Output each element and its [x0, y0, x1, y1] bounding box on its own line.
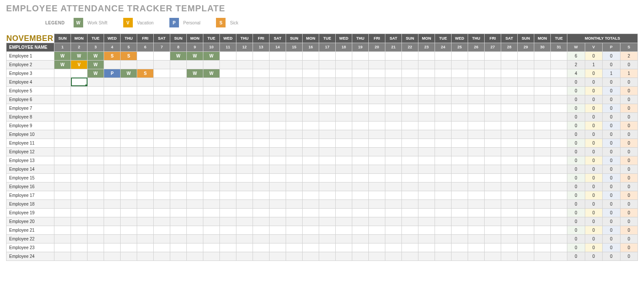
attendance-cell[interactable] [54, 69, 71, 78]
attendance-cell[interactable] [286, 112, 303, 121]
attendance-cell[interactable] [319, 199, 336, 208]
attendance-cell[interactable] [203, 173, 220, 182]
attendance-cell[interactable] [485, 191, 501, 199]
attendance-cell[interactable] [336, 104, 352, 112]
attendance-cell[interactable] [236, 156, 253, 165]
attendance-cell[interactable] [534, 156, 551, 165]
attendance-cell[interactable] [352, 139, 369, 147]
attendance-cell[interactable] [485, 112, 501, 121]
attendance-cell[interactable] [369, 95, 385, 104]
attendance-cell[interactable] [319, 243, 336, 252]
attendance-cell[interactable] [452, 243, 468, 252]
attendance-cell[interactable]: W [203, 69, 220, 78]
attendance-cell[interactable] [270, 243, 286, 252]
attendance-cell[interactable] [435, 69, 452, 78]
attendance-cell[interactable] [154, 208, 170, 217]
attendance-cell[interactable] [468, 173, 485, 182]
attendance-cell[interactable] [468, 86, 485, 95]
attendance-cell[interactable] [385, 130, 402, 139]
attendance-cell[interactable] [485, 104, 501, 112]
attendance-cell[interactable] [220, 234, 236, 243]
attendance-cell[interactable] [54, 86, 71, 95]
attendance-cell[interactable] [236, 95, 253, 104]
attendance-cell[interactable] [121, 226, 137, 234]
attendance-cell[interactable] [369, 173, 385, 182]
attendance-cell[interactable] [137, 243, 154, 252]
attendance-cell[interactable] [369, 182, 385, 191]
attendance-cell[interactable] [402, 60, 418, 69]
attendance-cell[interactable] [418, 104, 435, 112]
attendance-cell[interactable] [534, 165, 551, 173]
attendance-cell[interactable] [501, 86, 518, 95]
attendance-cell[interactable] [468, 78, 485, 86]
attendance-cell[interactable] [518, 86, 534, 95]
attendance-cell[interactable] [319, 139, 336, 147]
attendance-cell[interactable] [452, 156, 468, 165]
attendance-cell[interactable] [319, 130, 336, 139]
attendance-cell[interactable] [485, 165, 501, 173]
attendance-cell[interactable] [270, 208, 286, 217]
attendance-cell[interactable] [435, 95, 452, 104]
attendance-cell[interactable] [435, 78, 452, 86]
attendance-cell[interactable] [253, 165, 270, 173]
attendance-cell[interactable] [303, 121, 319, 130]
attendance-cell[interactable] [518, 147, 534, 156]
attendance-cell[interactable] [551, 182, 567, 191]
attendance-cell[interactable]: W [88, 69, 104, 78]
attendance-cell[interactable] [104, 252, 121, 260]
attendance-cell[interactable] [336, 147, 352, 156]
attendance-cell[interactable] [154, 226, 170, 234]
attendance-cell[interactable] [154, 165, 170, 173]
attendance-cell[interactable] [418, 252, 435, 260]
attendance-cell[interactable] [220, 121, 236, 130]
attendance-cell[interactable] [236, 147, 253, 156]
attendance-cell[interactable] [54, 121, 71, 130]
attendance-cell[interactable] [253, 173, 270, 182]
attendance-cell[interactable] [319, 208, 336, 217]
attendance-cell[interactable] [253, 147, 270, 156]
attendance-cell[interactable] [187, 104, 203, 112]
attendance-cell[interactable] [369, 191, 385, 199]
attendance-cell[interactable] [551, 147, 567, 156]
attendance-cell[interactable] [452, 165, 468, 173]
attendance-cell[interactable]: S [121, 51, 137, 60]
attendance-cell[interactable] [435, 86, 452, 95]
attendance-cell[interactable] [220, 173, 236, 182]
attendance-cell[interactable] [468, 234, 485, 243]
attendance-cell[interactable] [253, 95, 270, 104]
attendance-cell[interactable] [402, 191, 418, 199]
attendance-cell[interactable] [435, 234, 452, 243]
attendance-cell[interactable] [468, 60, 485, 69]
attendance-cell[interactable] [236, 86, 253, 95]
attendance-cell[interactable] [187, 86, 203, 95]
attendance-cell[interactable] [203, 191, 220, 199]
attendance-cell[interactable] [137, 252, 154, 260]
attendance-cell[interactable] [203, 226, 220, 234]
attendance-cell[interactable] [435, 243, 452, 252]
attendance-cell[interactable] [369, 234, 385, 243]
attendance-cell[interactable] [54, 243, 71, 252]
attendance-cell[interactable] [518, 165, 534, 173]
attendance-cell[interactable] [468, 104, 485, 112]
attendance-cell[interactable] [418, 191, 435, 199]
attendance-cell[interactable] [352, 156, 369, 165]
attendance-cell[interactable] [435, 130, 452, 139]
attendance-cell[interactable] [418, 165, 435, 173]
attendance-cell[interactable] [518, 173, 534, 182]
attendance-cell[interactable] [137, 78, 154, 86]
attendance-cell[interactable] [253, 60, 270, 69]
attendance-cell[interactable] [253, 156, 270, 165]
attendance-cell[interactable] [154, 217, 170, 226]
attendance-cell[interactable] [203, 252, 220, 260]
attendance-cell[interactable] [468, 112, 485, 121]
attendance-cell[interactable] [270, 86, 286, 95]
attendance-cell[interactable] [385, 60, 402, 69]
attendance-cell[interactable] [518, 69, 534, 78]
attendance-cell[interactable] [352, 60, 369, 69]
attendance-cell[interactable] [352, 86, 369, 95]
attendance-cell[interactable] [551, 217, 567, 226]
attendance-cell[interactable] [518, 60, 534, 69]
attendance-cell[interactable] [170, 139, 187, 147]
attendance-cell[interactable] [170, 252, 187, 260]
attendance-cell[interactable] [452, 121, 468, 130]
